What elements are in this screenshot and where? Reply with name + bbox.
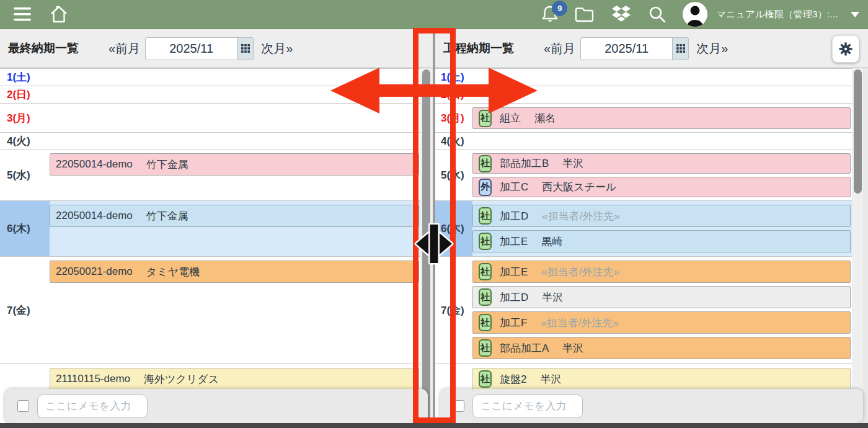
internal-badge: 社 (479, 314, 492, 331)
assignee-name: 半沢 (562, 156, 583, 171)
search-icon[interactable] (648, 5, 666, 24)
calendar-grid-icon (676, 44, 685, 53)
process-name: 加工D (500, 209, 528, 223)
day-label: 7(金) (0, 257, 50, 363)
process-bar[interactable]: 社 部品加工A 半沢 (472, 337, 851, 359)
order-bar[interactable]: 21110115-demo 海外ツクリダス (50, 368, 419, 390)
order-code: 22050014-demo (56, 158, 133, 171)
left-panel-toolbar: 最終納期一覧 «前月 次月» (0, 29, 433, 68)
calendar-row: 1(土) (0, 68, 420, 86)
day-label: 1(土) (435, 69, 472, 86)
process-name: 加工F (500, 316, 527, 330)
assignee-name: 半沢 (542, 290, 563, 305)
user-role-label: マニュアル権限（管理3）:... (716, 9, 838, 20)
notification-badge: 9 (552, 1, 567, 16)
right-memo-panel (440, 389, 863, 423)
customer-name: 竹下金属 (146, 209, 188, 223)
bottom-edge (0, 423, 868, 428)
calendar-row: 4(火) (435, 132, 852, 149)
calendar-grid-icon (241, 44, 250, 53)
process-bar[interactable]: 社 部品加工B 半沢 (472, 153, 851, 174)
prev-month-button[interactable]: «前月 (108, 40, 140, 57)
calendar-row: 5(水) 社 部品加工B 半沢 外 加工C 西大阪スチール (435, 149, 852, 200)
customer-name: 竹下金属 (146, 158, 188, 172)
calendar-row: 2(日) (435, 86, 852, 103)
prev-month-button[interactable]: «前月 (544, 40, 575, 57)
assignee-name: 瀬名 (534, 111, 556, 125)
scrollbar-thumb[interactable] (854, 69, 862, 194)
scrollbar-thumb[interactable] (422, 69, 430, 421)
home-icon[interactable] (50, 6, 68, 23)
dropbox-icon[interactable] (611, 5, 632, 24)
process-bar[interactable]: 外 加工C 西大阪スチール (472, 177, 851, 197)
internal-badge: 社 (479, 110, 492, 127)
process-bar[interactable]: 社 加工D «担当者/外注先» (472, 205, 851, 227)
calendar-row: 5(水) 22050014-demo 竹下金属 (0, 149, 420, 200)
calendar-picker-button[interactable] (237, 37, 254, 60)
customer-name: 海外ツクリダス (144, 372, 219, 386)
process-name: 加工D (500, 290, 528, 305)
user-menu[interactable]: マニュアル権限（管理3）:... (716, 9, 859, 20)
order-code: 22050014-demo (56, 210, 133, 222)
process-bar[interactable]: 社 加工D 半沢 (472, 286, 851, 308)
avatar[interactable] (683, 2, 707, 27)
internal-badge: 社 (479, 155, 492, 172)
day-label: 5(水) (435, 149, 472, 200)
process-name: 部品加工B (500, 156, 549, 171)
process-bar[interactable]: 社 加工E 黒崎 (472, 230, 851, 252)
day-label: 2(日) (0, 86, 50, 103)
day-label: 3(月) (0, 104, 50, 132)
panel-divider[interactable] (433, 29, 435, 423)
process-name: 加工E (500, 265, 528, 279)
assignee-name: 黒崎 (541, 234, 562, 249)
menu-icon[interactable] (14, 7, 31, 21)
order-bar[interactable]: 22050014-demo 竹下金属 (50, 205, 419, 227)
internal-badge: 社 (479, 263, 492, 280)
process-bar[interactable]: 社 組立 瀬名 (472, 107, 851, 129)
memo-checkbox[interactable] (453, 400, 464, 412)
order-bar[interactable]: 22050014-demo 竹下金属 (50, 153, 419, 176)
right-panel-scrollbar[interactable] (852, 68, 863, 423)
process-name: 部品加工A (500, 341, 549, 355)
internal-badge: 社 (479, 207, 492, 225)
caret-down-icon (851, 12, 859, 17)
day-label: 6(木) (435, 201, 472, 256)
order-code: 22050021-demo (56, 265, 133, 278)
order-code: 21110115-demo (56, 373, 130, 385)
bell-icon[interactable]: 9 (541, 5, 559, 24)
folder-icon[interactable] (575, 6, 595, 22)
day-label: 5(水) (0, 149, 50, 200)
day-label: 4(火) (0, 133, 50, 149)
internal-badge: 社 (479, 370, 492, 388)
process-bar[interactable]: 社 旋盤2 半沢 (472, 368, 851, 390)
memo-checkbox[interactable] (17, 400, 29, 412)
calendar-row-selected: 6(木) 22050014-demo 竹下金属 (0, 200, 420, 256)
next-month-button[interactable]: 次月» (261, 40, 293, 57)
calendar-row: 4(火) (0, 132, 420, 149)
left-panel-scrollbar[interactable] (420, 68, 433, 423)
calendar-row: 7(金) 社 加工E «担当者/外注先» 社 加工D 半沢 社 加工F «担当者… (435, 256, 852, 363)
process-name: 旋盤2 (500, 372, 526, 386)
gear-icon (838, 42, 853, 56)
assignee-placeholder: «担当者/外注先» (542, 209, 620, 223)
month-input[interactable] (580, 37, 672, 60)
process-bar[interactable]: 社 加工F «担当者/外注先» (472, 311, 851, 334)
left-panel-title: 最終納期一覧 (8, 40, 79, 56)
calendar-picker-button[interactable] (672, 37, 689, 60)
assignee-name: 半沢 (540, 372, 561, 386)
calendar-row: 3(月) 社 組立 瀬名 (435, 103, 852, 132)
assignee-placeholder: «担当者/外注先» (541, 265, 619, 279)
order-bar[interactable]: 22050021-demo タミヤ電機 (50, 261, 419, 283)
next-month-button[interactable]: 次月» (696, 40, 728, 57)
memo-input[interactable] (472, 395, 583, 418)
calendar-row: 3(月) (0, 103, 420, 132)
memo-input[interactable] (37, 395, 148, 418)
settings-button[interactable] (832, 35, 859, 63)
process-name: 組立 (500, 111, 521, 125)
month-input[interactable] (145, 37, 237, 60)
left-calendar: 1(土) 2(日) 3(月) 4(火) 5(水) 22050014-demo 竹… (0, 68, 420, 423)
day-label: 2(日) (435, 86, 472, 103)
process-bar[interactable]: 社 加工E «担当者/外注先» (472, 261, 851, 283)
day-label: 3(月) (435, 104, 472, 132)
day-label: 1(土) (0, 69, 50, 86)
